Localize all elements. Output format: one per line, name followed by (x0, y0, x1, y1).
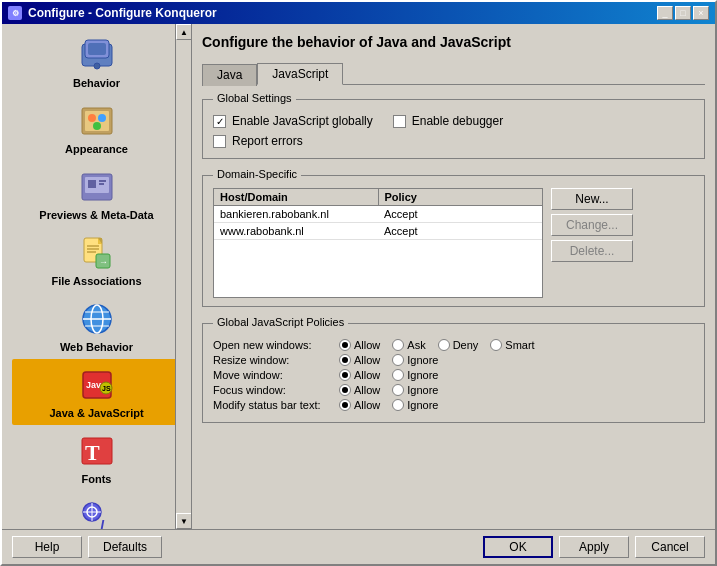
close-button[interactable]: × (693, 6, 709, 20)
defaults-button[interactable]: Defaults (88, 536, 162, 558)
sidebar-item-file-assoc[interactable]: → File Associations (12, 227, 182, 293)
help-button[interactable]: Help (12, 536, 82, 558)
radio-open-deny-label: Deny (453, 339, 479, 351)
radio-focus-ignore-label: Ignore (407, 384, 438, 396)
radio-resize-ignore[interactable]: Ignore (392, 354, 438, 366)
svg-text:T: T (85, 440, 100, 465)
radio-open-ask-input[interactable] (392, 339, 404, 351)
ok-button[interactable]: OK (483, 536, 553, 558)
sidebar-label-web-behavior: Web Behavior (60, 341, 133, 353)
sidebar-label-previews: Previews & Meta-Data (39, 209, 153, 221)
new-button[interactable]: New... (551, 188, 633, 210)
apply-button[interactable]: Apply (559, 536, 629, 558)
policy-label-0: Open new windows: (213, 339, 333, 351)
domain-specific-section: Domain-Specific Host/Domain Policy banki… (202, 175, 705, 307)
domain-policy-1: Accept (378, 223, 542, 239)
sidebar-item-appearance[interactable]: Appearance (12, 95, 182, 161)
sidebar-item-previews[interactable]: Previews & Meta-Data (12, 161, 182, 227)
radio-focus-ignore-input[interactable] (392, 384, 404, 396)
radio-resize-allow-label: Allow (354, 354, 380, 366)
enable-js-checkbox[interactable] (213, 115, 226, 128)
main-window: ⚙ Configure - Configure Konqueror _ □ × (0, 0, 717, 566)
title-bar-left: ⚙ Configure - Configure Konqueror (8, 6, 217, 20)
sidebar-item-web-shortcuts[interactable]: / Web Shortcuts (12, 491, 182, 529)
delete-button[interactable]: Delete... (551, 240, 633, 262)
sidebar: Behavior Appearance (2, 24, 192, 529)
radio-move-allow[interactable]: Allow (339, 369, 380, 381)
radio-open-smart-input[interactable] (490, 339, 502, 351)
enable-debugger-label: Enable debugger (412, 114, 503, 128)
radio-open-deny[interactable]: Deny (438, 339, 479, 351)
report-errors-checkbox[interactable] (213, 135, 226, 148)
behavior-icon (77, 35, 117, 75)
previews-icon (77, 167, 117, 207)
policy-row-2: Move window: Allow Ignore (213, 369, 694, 381)
radio-resize-allow-input[interactable] (339, 354, 351, 366)
domain-row-0[interactable]: bankieren.rabobank.nl Accept (214, 206, 542, 223)
col-policy: Policy (379, 189, 543, 205)
svg-point-7 (98, 114, 106, 122)
maximize-button[interactable]: □ (675, 6, 691, 20)
tabs-bar: Java JavaScript (202, 62, 705, 85)
radio-move-ignore[interactable]: Ignore (392, 369, 438, 381)
policy-label-2: Move window: (213, 369, 333, 381)
radio-resize-allow[interactable]: Allow (339, 354, 380, 366)
svg-point-6 (88, 114, 96, 122)
scroll-up-button[interactable]: ▲ (176, 24, 192, 40)
svg-point-8 (93, 122, 101, 130)
sidebar-item-fonts[interactable]: T Fonts (12, 425, 182, 491)
domain-row-1[interactable]: www.rabobank.nl Accept (214, 223, 542, 240)
bottom-bar: Help Defaults OK Apply Cancel (2, 529, 715, 564)
enable-js-row: Enable JavaScript globally (213, 114, 373, 128)
change-button[interactable]: Change... (551, 214, 633, 236)
radio-statusbar-ignore[interactable]: Ignore (392, 399, 438, 411)
sidebar-label-appearance: Appearance (65, 143, 128, 155)
java-js-icon: Java JS (77, 365, 117, 405)
window-title: Configure - Configure Konqueror (28, 6, 217, 20)
radio-statusbar-allow[interactable]: Allow (339, 399, 380, 411)
tab-java[interactable]: Java (202, 64, 257, 86)
svg-text:/: / (100, 518, 105, 529)
radio-focus-allow-input[interactable] (339, 384, 351, 396)
report-errors-row: Report errors (213, 134, 694, 148)
sidebar-item-behavior[interactable]: Behavior (12, 29, 182, 95)
minimize-button[interactable]: _ (657, 6, 673, 20)
radio-open-allow[interactable]: Allow (339, 339, 380, 351)
svg-rect-11 (88, 180, 96, 188)
enable-debugger-checkbox[interactable] (393, 115, 406, 128)
col-host: Host/Domain (214, 189, 379, 205)
fonts-icon: T (77, 431, 117, 471)
title-bar: ⚙ Configure - Configure Konqueror _ □ × (2, 2, 715, 24)
sidebar-item-web-behavior[interactable]: Web Behavior (12, 293, 182, 359)
appearance-icon (77, 101, 117, 141)
policy-label-3: Focus window: (213, 384, 333, 396)
radio-open-deny-input[interactable] (438, 339, 450, 351)
radio-statusbar-ignore-input[interactable] (392, 399, 404, 411)
sidebar-scrollbar: ▲ ▼ (175, 24, 191, 529)
global-js-policies-section: Global JavaScript Policies Open new wind… (202, 323, 705, 423)
radio-open-allow-label: Allow (354, 339, 380, 351)
radio-focus-ignore[interactable]: Ignore (392, 384, 438, 396)
sidebar-item-java-js[interactable]: Java JS Java & JavaScript (12, 359, 182, 425)
policy-row-1: Resize window: Allow Ignore (213, 354, 694, 366)
web-behavior-icon (77, 299, 117, 339)
radio-focus-allow[interactable]: Allow (339, 384, 380, 396)
radio-move-allow-input[interactable] (339, 369, 351, 381)
radio-open-smart[interactable]: Smart (490, 339, 534, 351)
tab-javascript[interactable]: JavaScript (257, 63, 343, 85)
cancel-button[interactable]: Cancel (635, 536, 705, 558)
radio-statusbar-allow-input[interactable] (339, 399, 351, 411)
report-errors-label: Report errors (232, 134, 303, 148)
sidebar-label-behavior: Behavior (73, 77, 120, 89)
radio-open-allow-input[interactable] (339, 339, 351, 351)
radio-resize-ignore-input[interactable] (392, 354, 404, 366)
policy-row-3: Focus window: Allow Ignore (213, 384, 694, 396)
radio-open-smart-label: Smart (505, 339, 534, 351)
domain-host-0: bankieren.rabobank.nl (214, 206, 378, 222)
radio-open-ask[interactable]: Ask (392, 339, 425, 351)
scroll-down-button[interactable]: ▼ (176, 513, 192, 529)
radio-move-ignore-label: Ignore (407, 369, 438, 381)
radio-move-allow-label: Allow (354, 369, 380, 381)
radio-focus-allow-label: Allow (354, 384, 380, 396)
radio-move-ignore-input[interactable] (392, 369, 404, 381)
